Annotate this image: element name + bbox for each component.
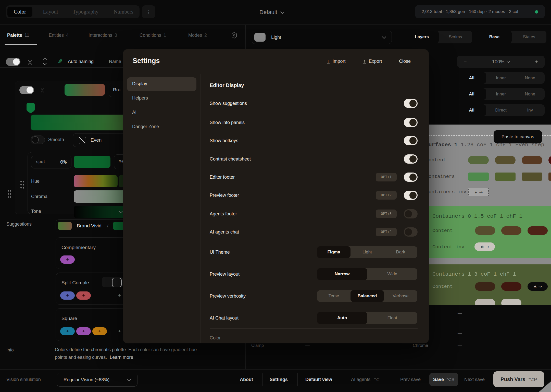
show-info-panels-toggle[interactable] [404,118,418,127]
add-color-pill[interactable]: + [92,327,107,335]
add-color-pill[interactable]: + [76,327,91,335]
segment-option[interactable]: None [516,72,545,84]
add-color-pill[interactable]: + [60,291,75,300]
show-suggestions-toggle[interactable] [404,99,418,108]
content-action-swatch[interactable]: ∗ → [528,282,548,291]
push-vars-button[interactable]: Push Vars ⌥P [493,371,544,387]
collapse-icon[interactable] [41,87,44,94]
content-swatch[interactable] [501,299,521,305]
segment-option[interactable]: Inner [486,72,515,84]
add-color-pill[interactable]: + [60,327,75,335]
hue-bar[interactable] [74,175,118,187]
agents-footer-toggle[interactable] [404,209,418,218]
containers-inv-swatch[interactable]: ∗ → [468,188,489,196]
mode-dropdown[interactable]: Light [252,31,392,44]
segment-option[interactable]: Narrow [317,268,367,280]
palette-enable-toggle[interactable] [6,58,20,66]
drag-handle[interactable] [20,180,24,189]
zoom-level[interactable]: 100% [492,59,510,65]
color-enable-toggle[interactable] [19,86,34,94]
auto-naming-label[interactable]: Auto naming [68,59,94,64]
zoom-in-button[interactable]: + [535,59,538,65]
export-button[interactable]: ↑ Export [363,57,382,65]
gradient-stop-pin[interactable] [27,103,35,114]
container-swatch[interactable] [522,173,542,181]
tab-numbers[interactable]: Numbers [109,5,137,18]
ai-agents-button[interactable]: AI agents ⌥` [351,377,380,382]
segment-states[interactable]: States [512,31,546,43]
import-button[interactable]: ↓ Import [327,57,346,65]
prev-save-button[interactable]: Prev save [400,377,421,382]
segment-option[interactable]: Direct [486,104,515,116]
overflow-menu-button[interactable]: ⋮ [142,5,155,18]
collapse-icon[interactable] [29,59,31,66]
spot-field[interactable]: spot 0% [31,156,71,168]
nav-tab-modes[interactable]: Modes 2 [188,24,207,46]
nav-tab-palette[interactable]: Palette 11 [7,24,29,46]
segment-option[interactable]: Dark [384,246,417,258]
sort-icon[interactable] [43,58,46,65]
drag-handle[interactable] [7,189,11,198]
content-swatch[interactable] [501,282,521,291]
nav-tab-interactions[interactable]: Interactions 3 [89,24,117,46]
close-button[interactable]: Close [399,59,411,64]
tab-color[interactable]: Color [7,7,32,17]
segment-option[interactable]: Verbose [384,290,417,302]
content-swatch[interactable] [475,226,495,235]
add-all-button[interactable]: + [118,293,121,298]
segment-base[interactable]: Base [477,31,512,43]
segment-option[interactable]: All [457,72,486,84]
modal-nav-display[interactable]: Display [127,77,196,91]
card-toggle[interactable] [102,277,123,287]
segment-option[interactable]: Inner [486,88,515,100]
segment-option[interactable]: Terse [317,290,350,302]
segment-option[interactable]: Auto [317,312,367,324]
segment-option[interactable]: All [457,88,486,100]
zoom-out-button[interactable]: − [464,59,467,65]
tab-typography[interactable]: Typography [69,5,103,18]
ai-agents-chat-toggle[interactable] [404,227,418,237]
add-all-button[interactable]: + [118,328,121,334]
segment-option[interactable]: None [516,88,545,100]
save-button[interactable]: Save ⌥S [429,373,458,386]
content-swatch[interactable] [475,282,495,291]
content-swatch[interactable] [528,226,548,235]
segment-option[interactable]: All [457,104,486,116]
tab-layout[interactable]: Layout [40,5,61,18]
spot-color-swatch[interactable] [74,156,110,168]
container-swatch[interactable] [468,173,489,181]
editor-footer-toggle[interactable] [404,173,418,182]
palette-settings-button[interactable] [230,32,238,39]
segment-option[interactable]: Inv [516,104,545,116]
segment-scrims[interactable]: Scrims [439,31,472,43]
nav-tab-conditions[interactable]: Conditions 1 [140,24,166,46]
container-swatch[interactable] [495,173,516,181]
next-save-button[interactable]: Next save [464,377,485,382]
add-color-pill[interactable]: + [76,291,91,300]
content-swatch[interactable] [475,299,495,305]
content-swatch[interactable] [468,156,489,164]
learn-more-link[interactable]: Learn more [110,355,133,360]
content-inv-swatch[interactable]: ∗ → [474,242,495,251]
content-swatch[interactable] [548,156,551,164]
segment-option[interactable]: Light [350,246,384,258]
segment-option[interactable]: Wide [367,268,418,280]
content-swatch[interactable] [495,156,516,164]
show-hotkeys-toggle[interactable] [404,136,418,145]
default-view-button[interactable]: Default view [305,377,332,382]
segment-option[interactable]: Float [367,312,418,324]
vision-dropdown[interactable]: Regular Vision (~68%) [57,373,137,387]
segment-option[interactable]: Figma [317,246,350,258]
project-selector[interactable]: Default [259,7,284,17]
modal-nav-danger-zone[interactable]: Danger Zone [132,124,159,129]
add-color-pill[interactable]: + [60,255,75,264]
content-swatch[interactable] [522,156,542,164]
about-button[interactable]: About [240,377,253,382]
paste-to-canvas-button[interactable]: Paste to canvas [494,130,542,143]
modal-nav-ai[interactable]: AI [132,110,136,115]
smooth-toggle[interactable] [31,136,45,144]
settings-button[interactable]: Settings [270,377,288,382]
content-swatch[interactable] [501,226,521,235]
container-swatch[interactable] [548,173,551,181]
preview-footer-toggle[interactable] [404,191,418,200]
